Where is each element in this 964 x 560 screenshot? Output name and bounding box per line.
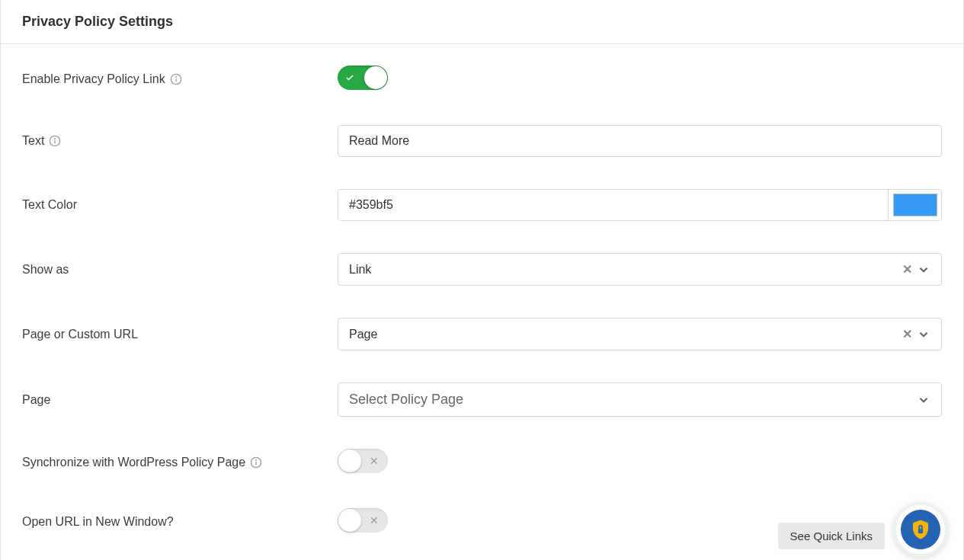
chevron-down-icon bbox=[917, 328, 930, 341]
toggle-knob bbox=[338, 450, 361, 472]
label-text: Synchronize with WordPress Policy Page bbox=[22, 456, 245, 469]
svg-point-8 bbox=[256, 459, 257, 460]
settings-body: Enable Privacy Policy Link Text bbox=[1, 44, 963, 551]
page-or-url-select[interactable]: Page ✕ bbox=[338, 318, 942, 350]
svg-point-2 bbox=[175, 76, 176, 77]
svg-rect-9 bbox=[918, 529, 923, 533]
field-control: Link ✕ bbox=[338, 253, 942, 286]
settings-header: Privacy Policy Settings bbox=[1, 0, 963, 44]
field-label: Enable Privacy Policy Link bbox=[22, 72, 338, 86]
sync-toggle[interactable]: ✕ bbox=[338, 449, 388, 473]
svg-point-5 bbox=[55, 138, 56, 139]
field-text: Text bbox=[22, 125, 942, 157]
color-swatch bbox=[893, 194, 937, 216]
info-icon[interactable] bbox=[49, 135, 61, 147]
field-control: ✕ bbox=[338, 449, 942, 476]
field-control bbox=[338, 189, 942, 221]
field-text-color: Text Color bbox=[22, 189, 942, 221]
shield-lock-icon bbox=[909, 518, 932, 541]
floating-help-button[interactable] bbox=[893, 502, 948, 557]
field-page-or-url: Page or Custom URL Page ✕ bbox=[22, 318, 942, 350]
label-text: Open URL in New Window? bbox=[22, 515, 174, 529]
color-swatch-cell[interactable] bbox=[888, 190, 941, 220]
field-label: Page or Custom URL bbox=[22, 328, 338, 341]
quick-links-button[interactable]: See Quick Links bbox=[778, 523, 885, 549]
select-icons: ✕ bbox=[902, 262, 930, 277]
show-as-select[interactable]: Link ✕ bbox=[338, 253, 942, 286]
label-text: Enable Privacy Policy Link bbox=[22, 72, 165, 86]
new-window-toggle[interactable]: ✕ bbox=[338, 508, 388, 533]
toggle-knob bbox=[338, 509, 361, 532]
clear-icon[interactable]: ✕ bbox=[902, 262, 912, 277]
fab-inner bbox=[901, 510, 940, 549]
color-hex-input[interactable] bbox=[338, 190, 888, 220]
field-label: Synchronize with WordPress Policy Page bbox=[22, 456, 338, 469]
select-icons: ✕ bbox=[902, 327, 930, 341]
chevron-down-icon bbox=[917, 393, 930, 407]
label-text: Show as bbox=[22, 263, 69, 277]
field-page: Page Select Policy Page bbox=[22, 382, 942, 417]
page-title: Privacy Policy Settings bbox=[22, 14, 942, 30]
field-control: Select Policy Page bbox=[338, 382, 942, 417]
field-enable-privacy-link: Enable Privacy Policy Link bbox=[22, 66, 942, 93]
text-input[interactable] bbox=[338, 125, 942, 157]
field-label: Page bbox=[22, 393, 338, 407]
field-control: Page ✕ bbox=[338, 318, 942, 350]
label-text: Text Color bbox=[22, 198, 77, 212]
page-select[interactable]: Select Policy Page bbox=[338, 382, 942, 417]
close-icon: ✕ bbox=[370, 515, 379, 526]
select-icons bbox=[917, 393, 930, 407]
field-label: Text Color bbox=[22, 198, 338, 212]
check-icon bbox=[345, 73, 354, 82]
select-value: Link bbox=[349, 263, 902, 277]
field-show-as: Show as Link ✕ bbox=[22, 253, 942, 286]
close-icon: ✕ bbox=[370, 456, 379, 466]
select-value: Page bbox=[349, 328, 902, 341]
color-input-wrap bbox=[338, 189, 942, 221]
field-sync-wp: Synchronize with WordPress Policy Page ✕ bbox=[22, 449, 942, 476]
label-text: Page or Custom URL bbox=[22, 328, 138, 341]
field-label: Open URL in New Window? bbox=[22, 515, 338, 529]
info-icon[interactable] bbox=[170, 73, 182, 85]
info-icon[interactable] bbox=[250, 456, 262, 469]
field-control bbox=[338, 66, 942, 93]
label-text: Page bbox=[22, 393, 50, 407]
toggle-knob bbox=[364, 66, 387, 89]
clear-icon[interactable]: ✕ bbox=[902, 327, 912, 341]
select-placeholder: Select Policy Page bbox=[349, 392, 917, 408]
enable-toggle[interactable] bbox=[338, 66, 388, 90]
field-label: Text bbox=[22, 134, 338, 148]
field-control bbox=[338, 125, 942, 157]
field-label: Show as bbox=[22, 263, 338, 277]
chevron-down-icon bbox=[917, 263, 930, 277]
label-text: Text bbox=[22, 134, 44, 148]
